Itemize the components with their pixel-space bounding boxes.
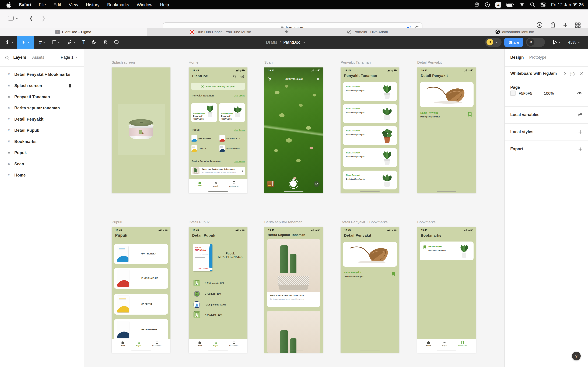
file-menu-chevron-icon[interactable] (303, 41, 306, 43)
layer-row-detail-penyakit[interactable]: #Detail Penyakit (0, 114, 84, 125)
close-icon[interactable] (317, 78, 320, 80)
present-button[interactable] (551, 36, 562, 49)
frame-berita[interactable]: 19:45 Berita Seputar Tanaman Water your … (264, 227, 323, 353)
tab-audio-icon[interactable] (285, 30, 289, 33)
layer-row-detail-pupuk[interactable]: #Detail Pupuk (0, 125, 84, 136)
layer-row-scan[interactable]: #Scan (0, 158, 84, 169)
battery-icon[interactable] (507, 2, 514, 7)
pupuk-grid-item[interactable]: NPK PHONSKA (191, 135, 211, 142)
bookmark-filled-icon[interactable] (391, 271, 396, 277)
menu-clock[interactable]: Fri 12 Jan 09.26 (551, 2, 584, 7)
nav-bookmarks[interactable]: Bookmarks (229, 181, 238, 187)
frame-pupuk[interactable]: 19:45 Pupuk NPK PHONSKA PHONSKA PLUS ZA … (112, 227, 171, 353)
frame-splash-screen[interactable] (112, 67, 171, 193)
page-color-opacity[interactable]: 100% (544, 91, 554, 95)
hand-tool-button[interactable] (100, 36, 111, 49)
page-color-swatch[interactable] (510, 91, 516, 96)
add-icon[interactable] (241, 75, 244, 78)
layer-row-pupuk[interactable]: #Pupuk (0, 147, 84, 158)
comment-tool-button[interactable] (112, 36, 122, 49)
penyakit-card[interactable]: Nama Penyakit Deskripsi/ Tips/Pupuk (219, 103, 245, 122)
help-button[interactable]: ? (572, 352, 581, 360)
figma-canvas[interactable]: Splash screen Home Scan Penyakit Tanaman… (84, 49, 504, 367)
share-button[interactable]: Share (504, 38, 523, 47)
frame-label-home[interactable]: Home (189, 60, 199, 64)
nav-home[interactable]: Home (198, 181, 202, 187)
frame-tool-button[interactable]: # (36, 36, 48, 49)
frame-detail-penyakit[interactable]: 19:45 Detail Penyakit Nama Penyakit Desk… (417, 67, 476, 193)
pupuk-grid-item[interactable]: ZA PETRO (191, 145, 207, 152)
frame-label-penyakit[interactable]: Penyakit Tanaman (341, 60, 371, 64)
shape-tool-button[interactable] (50, 36, 63, 49)
creative-cloud-icon[interactable] (475, 2, 480, 7)
frame-label-berita[interactable]: Berita seputar tanaman (264, 220, 303, 224)
flip-camera-button[interactable] (314, 181, 320, 187)
actions-tool-button[interactable] (89, 36, 100, 49)
disease-card[interactable]: Nama Penyakit Deskripsi/Tips/Pupuk (343, 126, 397, 145)
frame-penyakit-tanaman[interactable]: 19:45 Penyakit Tanaman Nama Penyakit Des… (341, 67, 399, 193)
tab-assets[interactable]: Assets (32, 55, 44, 59)
plugin-expand-icon[interactable] (564, 72, 566, 75)
plugin-name[interactable]: Whiteboard with FigJam (510, 71, 557, 75)
frame-label-bookmarks[interactable]: Bookmarks (417, 220, 436, 224)
bookmark-filled-icon[interactable] (423, 245, 427, 250)
wifi-icon[interactable] (519, 2, 525, 7)
nav-bookmarks[interactable]: Bookmarks (152, 341, 161, 347)
new-tab-button[interactable] (563, 23, 568, 28)
nav-home[interactable]: Home (198, 341, 202, 346)
downloads-button[interactable] (536, 22, 543, 28)
page-color-hex[interactable]: F5F5F5 (519, 91, 532, 95)
pen-tool-button[interactable] (64, 36, 79, 49)
nav-bookmarks[interactable]: Bookmarks (458, 341, 467, 347)
add-style-icon[interactable] (578, 130, 582, 134)
spotlight-search-icon[interactable] (530, 2, 535, 7)
variables-settings-icon[interactable] (578, 112, 582, 117)
layer-row-splash-screen[interactable]: #Splash screen (0, 80, 84, 91)
plugin-close-icon[interactable] (579, 72, 583, 75)
frame-detail-penyakit-bookmarks[interactable]: 19:45 Detail Penyakit Nama Penyakit Desk… (341, 227, 399, 353)
text-tool-button[interactable]: T (79, 36, 88, 49)
plugin-help-icon[interactable]: ? (570, 72, 575, 76)
disease-photo-card[interactable] (420, 82, 474, 107)
nav-home[interactable]: Home (426, 341, 431, 346)
nav-pupuk[interactable]: Pupuk (213, 181, 218, 187)
layer-row-home[interactable]: #Home (0, 169, 84, 181)
apple-menu-icon[interactable] (6, 2, 11, 8)
sidebar-toggle-icon[interactable] (8, 16, 14, 21)
frame-label-splash[interactable]: Splash screen (112, 60, 135, 64)
tab-design[interactable]: Design (510, 55, 524, 59)
menu-item-edit[interactable]: Edit (53, 2, 61, 7)
play-status-icon[interactable] (485, 2, 490, 7)
frame-label-detail-bookmarks[interactable]: Detail Penyakit + Bookmarks (341, 220, 388, 224)
tab-prototype[interactable]: Prototype (529, 55, 546, 59)
news-card[interactable]: Water your Cactus today (living room) It… (191, 167, 245, 175)
menu-item-safari[interactable]: Safari (19, 2, 31, 7)
back-button[interactable] (29, 15, 33, 22)
frame-bookmarks[interactable]: 19:45 Bookmarks Nama Penyakit Deskripsi/… (417, 227, 476, 353)
disease-card[interactable]: Nama Penyakit Deskripsi/Tips/Pupuk (343, 104, 397, 123)
tab-github[interactable]: divaariani/PlantDoc (441, 28, 588, 36)
frame-label-detail-penyakit[interactable]: Detail Penyakit (417, 60, 442, 64)
nav-pupuk[interactable]: Pupuk (442, 341, 447, 347)
frame-label-scan[interactable]: Scan (264, 60, 273, 64)
fertilizer-card[interactable]: ZA PETRO (114, 294, 168, 315)
disease-photo-card[interactable] (343, 242, 397, 267)
fertilizer-card[interactable]: NPK PHONSKA (114, 244, 168, 264)
export-section[interactable]: Export (505, 141, 588, 158)
layer-row-penyakit-tanaman[interactable]: #Penyakit Tanaman (0, 91, 84, 102)
disease-card[interactable]: Nama Penyakit Deskripsi/Tips/Pupuk (343, 148, 397, 167)
dev-mode-toggle[interactable]: </> (526, 38, 545, 47)
nav-pupuk[interactable]: Pupuk (136, 341, 141, 347)
layers-search-icon[interactable] (5, 56, 9, 60)
bookmark-outline-icon[interactable] (467, 111, 472, 117)
search-icon[interactable] (233, 75, 236, 78)
menu-item-view[interactable]: View (69, 2, 78, 7)
menu-item-help[interactable]: Help (160, 2, 169, 7)
visibility-eye-icon[interactable] (577, 92, 582, 95)
see-all-berita-link[interactable]: Lihat Semua (234, 160, 245, 163)
nav-bookmarks[interactable]: Bookmarks (229, 341, 238, 347)
forward-button[interactable] (42, 15, 45, 22)
see-all-penyakit-link[interactable]: Lihat Semua (234, 95, 245, 97)
layer-row-detail-penyakit-bookmarks[interactable]: #Detail Penyakit + Bookmarks (0, 69, 84, 80)
figma-main-menu[interactable] (2, 36, 17, 49)
